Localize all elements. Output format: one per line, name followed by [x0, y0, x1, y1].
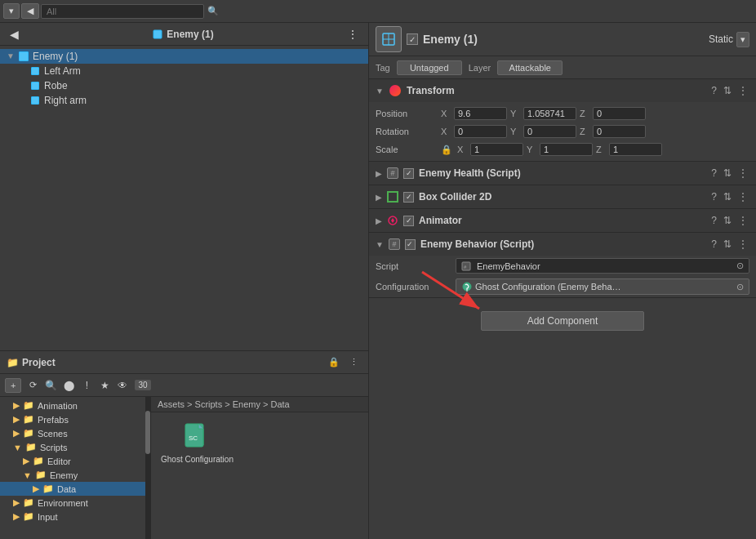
rot-x-label: X — [441, 127, 451, 136]
folder-item-scenes[interactable]: ▶ 📁 Scenes — [0, 426, 150, 440]
project-refresh-btn[interactable]: ⟳ — [26, 378, 40, 392]
hierarchy-search-input[interactable] — [41, 4, 204, 19]
tree-item-right-arm[interactable]: Right arm — [0, 93, 368, 108]
scale-y-input[interactable] — [540, 143, 593, 156]
transform-position-row: Position X Y Z — [376, 105, 749, 122]
rot-x-input[interactable] — [454, 125, 507, 138]
enemy-health-menu-btn[interactable]: ⋮ — [736, 167, 749, 179]
svg-rect-0 — [153, 30, 162, 38]
enemy-behavior-title: Enemy Behavior (Script) — [420, 238, 705, 250]
rot-y-input[interactable] — [523, 125, 576, 138]
project-alert-icon[interactable]: ! — [79, 378, 94, 393]
folder-icon-prefabs: ▶ — [13, 414, 20, 425]
enemy-behavior-preset-btn[interactable]: ⇅ — [722, 238, 733, 250]
box-collider-checkbox[interactable] — [403, 192, 414, 203]
hierarchy-content: ▼ Enemy (1) Left Arm — [0, 46, 368, 350]
folder-item-scripts[interactable]: ▼ 📁 Scripts — [0, 440, 150, 454]
folder-icon-scenes: ▶ — [13, 428, 20, 439]
inspector-static-row: Static ▾ — [709, 32, 749, 47]
folder-item-enemy[interactable]: ▼ 📁 Enemy — [0, 468, 150, 482]
folder-header-icon: 📁 — [7, 357, 19, 368]
enemy-behavior-help-btn[interactable]: ? — [709, 238, 718, 250]
transform-preset-btn[interactable]: ⇅ — [722, 85, 733, 96]
scale-z-input[interactable] — [609, 143, 662, 156]
tree-label-left-arm: Left Arm — [44, 65, 81, 77]
box-collider-help-btn[interactable]: ? — [709, 191, 718, 203]
folder-item-environment[interactable]: ▶ 📁 Environment — [0, 496, 150, 510]
scale-x-input[interactable] — [470, 143, 523, 156]
configuration-field-value[interactable]: Ghost Configuration (Enemy Beha… ⊙ — [456, 278, 749, 295]
enemy-health-arrow[interactable]: ▶ — [376, 169, 382, 178]
folder-icon-enemy-glyph: 📁 — [35, 470, 47, 480]
scale-lock-icon: 🔒 — [441, 145, 452, 155]
enemy-health-checkbox[interactable] — [403, 168, 414, 179]
folder-label-enemy: Enemy — [50, 470, 78, 480]
project-filter-icon[interactable]: ⬤ — [61, 378, 76, 393]
tag-label: Tag — [376, 63, 390, 73]
folder-item-input[interactable]: ▶ 📁 Input — [0, 510, 150, 523]
project-menu-btn[interactable]: ⋮ — [346, 355, 362, 369]
project-eye-icon[interactable]: 👁 — [115, 378, 130, 393]
tree-icon-enemy — [18, 51, 29, 62]
script-field-value[interactable]: # EnemyBehavior ⊙ — [456, 258, 749, 274]
search-icon-btn[interactable]: 🔍 — [204, 4, 222, 18]
pos-y-input[interactable] — [523, 107, 576, 120]
hierarchy-collapse-btn[interactable]: ◀ — [7, 28, 22, 41]
animator-arrow[interactable]: ▶ — [376, 216, 382, 225]
transform-body: Position X Y Z Rotation — [369, 102, 756, 161]
folder-item-data[interactable]: ▶ 📁 Data — [0, 482, 150, 496]
transform-component-icons: ? ⇅ ⋮ — [709, 85, 749, 96]
box-collider-preset-btn[interactable]: ⇅ — [722, 191, 733, 203]
toolbar-dropdown-btn[interactable]: ▾ — [3, 3, 20, 19]
animator-preset-btn[interactable]: ⇅ — [722, 215, 733, 226]
pos-x-input[interactable] — [454, 107, 507, 120]
folder-item-animation[interactable]: ▶ 📁 Animation — [0, 399, 150, 412]
file-item-ghost-config[interactable]: SC Ghost Configuration — [158, 419, 237, 467]
project-star-icon[interactable]: ★ — [97, 378, 112, 393]
layer-dropdown-btn[interactable]: Attackable — [497, 60, 563, 75]
box-collider-header: ▶ Box Collider 2D ? ⇅ ⋮ — [369, 185, 756, 208]
animator-checkbox[interactable] — [403, 216, 414, 226]
box-collider-menu-btn[interactable]: ⋮ — [736, 191, 749, 203]
inspector-active-checkbox[interactable] — [407, 33, 418, 45]
project-add-btn[interactable]: + — [5, 378, 21, 393]
pos-z-input[interactable] — [593, 107, 646, 120]
enemy-health-help-btn[interactable]: ? — [709, 167, 718, 179]
animator-help-btn[interactable]: ? — [709, 215, 718, 226]
project-sidebar-scrollbar[interactable] — [145, 397, 150, 539]
transform-help-btn[interactable]: ? — [709, 85, 718, 96]
folder-icon-input-glyph: 📁 — [23, 511, 34, 522]
animator-title: Animator — [419, 215, 705, 226]
transform-menu-btn[interactable]: ⋮ — [736, 85, 749, 96]
folder-item-editor[interactable]: ▶ 📁 Editor — [0, 454, 150, 468]
transform-arrow[interactable]: ▼ — [376, 87, 384, 96]
hierarchy-menu-btn[interactable]: ⋮ — [344, 28, 362, 41]
toolbar-back-btn[interactable]: ◀ — [21, 3, 39, 19]
enemy-health-preset-btn[interactable]: ⇅ — [722, 167, 733, 179]
tree-label-right-arm: Right arm — [44, 95, 87, 106]
project-lock-btn[interactable]: 🔒 — [325, 355, 343, 369]
animator-menu-btn[interactable]: ⋮ — [736, 215, 749, 226]
add-component-btn[interactable]: Add Component — [481, 311, 644, 331]
svg-point-10 — [466, 290, 468, 292]
enemy-behavior-section: ▼ # Enemy Behavior (Script) ? ⇅ ⋮ Script — [369, 233, 756, 298]
enemy-health-header: ▶ # Enemy Health (Script) ? ⇅ ⋮ — [369, 162, 756, 185]
rot-z-input[interactable] — [593, 125, 646, 138]
project-title-text: Project — [22, 357, 56, 368]
tag-dropdown-btn[interactable]: Untagged — [397, 60, 462, 75]
enemy-health-section: ▶ # Enemy Health (Script) ? ⇅ ⋮ — [369, 162, 756, 185]
folder-label-scenes: Scenes — [38, 429, 68, 439]
tree-item-left-arm[interactable]: Left Arm — [0, 64, 368, 78]
box-collider-arrow[interactable]: ▶ — [376, 193, 382, 202]
tree-item-robe[interactable]: Robe — [0, 78, 368, 93]
enemy-behavior-arrow[interactable]: ▼ — [376, 240, 384, 249]
tree-item-enemy[interactable]: ▼ Enemy (1) — [0, 49, 368, 64]
static-dropdown-btn[interactable]: ▾ — [736, 32, 749, 47]
folder-label-data: Data — [57, 484, 76, 494]
project-search-icon[interactable]: 🔍 — [43, 378, 58, 393]
scale-x-label: X — [457, 145, 467, 154]
folder-item-prefabs[interactable]: ▶ 📁 Prefabs — [0, 412, 150, 426]
enemy-behavior-checkbox[interactable] — [405, 239, 416, 250]
enemy-behavior-menu-btn[interactable]: ⋮ — [736, 238, 749, 250]
configuration-field-label: Configuration — [376, 282, 449, 292]
